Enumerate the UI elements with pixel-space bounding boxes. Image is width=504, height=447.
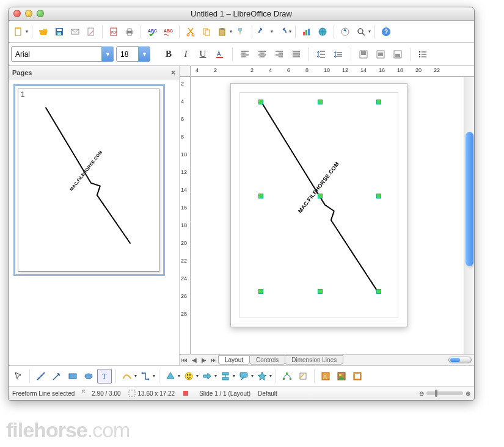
zoom-out-button[interactable]: ⊖ xyxy=(419,390,424,397)
bold-button[interactable]: B xyxy=(161,47,176,62)
horizontal-scrollbar[interactable] xyxy=(448,357,472,363)
connector-dropdown[interactable]: ▾ xyxy=(153,373,155,379)
auto-spellcheck-button[interactable]: ABC xyxy=(161,24,175,39)
symbol-shapes-dropdown[interactable]: ▾ xyxy=(196,373,199,379)
help-button[interactable]: ? xyxy=(379,24,393,39)
tab-nav-prev[interactable]: ◀ xyxy=(189,357,199,363)
callouts-dropdown[interactable]: ▾ xyxy=(251,373,254,379)
selection-handle-se[interactable] xyxy=(376,289,381,294)
fontwork-button[interactable]: A xyxy=(318,369,333,383)
tab-layout[interactable]: Layout xyxy=(218,355,250,365)
tab-nav-first[interactable]: ⏮ xyxy=(180,357,189,363)
hyperlink-button[interactable] xyxy=(315,24,330,39)
arrow-tool[interactable] xyxy=(49,369,64,383)
decrease-spacing-button[interactable] xyxy=(331,47,346,62)
align-left-button[interactable] xyxy=(238,47,252,62)
text-tool[interactable]: T xyxy=(97,369,112,383)
navigator-button[interactable] xyxy=(338,24,352,39)
open-button[interactable] xyxy=(36,24,51,39)
copy-button[interactable] xyxy=(199,24,214,39)
pages-panel-close-icon[interactable]: × xyxy=(171,68,175,77)
block-arrows-dropdown[interactable]: ▾ xyxy=(214,373,217,379)
select-tool[interactable] xyxy=(11,369,26,383)
font-color-button[interactable]: A xyxy=(213,47,227,62)
selection-handle-c[interactable] xyxy=(318,194,323,198)
gallery-button[interactable] xyxy=(350,369,365,383)
tab-controls[interactable]: Controls xyxy=(249,355,285,365)
tab-nav-next[interactable]: ▶ xyxy=(199,357,209,363)
flowchart-tool[interactable] xyxy=(218,369,233,383)
rectangle-tool[interactable] xyxy=(65,369,80,383)
drawing-canvas[interactable]: MAC.FILEHORSE.COM xyxy=(191,77,464,354)
paste-dropdown[interactable]: ▾ xyxy=(230,29,232,34)
font-name-combo[interactable]: ▼ xyxy=(11,46,114,62)
line-tool[interactable] xyxy=(34,369,48,383)
print-button[interactable] xyxy=(122,24,137,39)
increase-spacing-button[interactable] xyxy=(314,47,329,62)
zoom-button[interactable] xyxy=(354,24,368,39)
close-window-button[interactable] xyxy=(13,10,21,17)
callouts-tool[interactable] xyxy=(236,369,251,383)
underline-button[interactable]: U xyxy=(195,47,210,62)
font-size-combo[interactable]: ▼ xyxy=(116,46,150,62)
scrollbar-thumb[interactable] xyxy=(466,132,473,266)
page-thumbnail-selected[interactable]: 1 MAC.FILEHORSE.COM xyxy=(13,84,165,276)
vertical-ruler[interactable]: 246810121416182022242628 xyxy=(180,77,191,354)
undo-button[interactable] xyxy=(256,24,271,39)
align-top-button[interactable] xyxy=(356,47,371,62)
paste-button[interactable] xyxy=(215,24,230,39)
chart-button[interactable] xyxy=(299,24,314,39)
align-center-button[interactable] xyxy=(255,47,269,62)
email-button[interactable] xyxy=(68,24,82,39)
selection-handle-nw[interactable] xyxy=(258,100,263,104)
zoom-in-button[interactable]: ⊕ xyxy=(466,390,470,397)
tab-nav-last[interactable]: ⏭ xyxy=(209,357,219,363)
vertical-scrollbar[interactable] xyxy=(464,77,474,354)
spellcheck-button[interactable]: ABC xyxy=(145,24,159,39)
edit-file-button[interactable] xyxy=(84,24,98,39)
edit-points-tool[interactable] xyxy=(280,369,294,383)
selection-handle-n[interactable] xyxy=(318,100,323,104)
gluepoints-tool[interactable] xyxy=(296,369,310,383)
from-file-button[interactable] xyxy=(334,369,349,383)
selection-handle-sw[interactable] xyxy=(258,289,263,294)
align-justify-button[interactable] xyxy=(289,47,304,62)
export-pdf-button[interactable]: PDF xyxy=(106,24,121,39)
page-thumbnail[interactable]: 1 MAC.FILEHORSE.COM xyxy=(18,89,159,272)
minimize-window-button[interactable] xyxy=(25,10,32,17)
zoom-dropdown[interactable]: ▾ xyxy=(368,29,371,34)
ellipse-tool[interactable] xyxy=(81,369,96,383)
align-vcenter-button[interactable] xyxy=(373,47,388,62)
block-arrows-tool[interactable] xyxy=(200,369,214,383)
curve-tool[interactable] xyxy=(120,369,134,383)
selection-handle-w[interactable] xyxy=(258,194,263,198)
redo-dropdown[interactable]: ▾ xyxy=(289,29,291,34)
page[interactable]: MAC.FILEHORSE.COM xyxy=(230,83,407,327)
horizontal-ruler[interactable]: 42246810121416182022 xyxy=(180,66,474,77)
curve-dropdown[interactable]: ▾ xyxy=(134,373,137,379)
selection-handle-ne[interactable] xyxy=(376,100,381,104)
connector-tool[interactable] xyxy=(138,369,153,383)
undo-dropdown[interactable]: ▾ xyxy=(271,29,273,34)
align-right-button[interactable] xyxy=(272,47,287,62)
symbol-shapes-tool[interactable] xyxy=(181,369,196,383)
status-style[interactable]: Default xyxy=(258,390,277,397)
basic-shapes-dropdown[interactable]: ▾ xyxy=(178,373,180,379)
redo-button[interactable] xyxy=(274,24,289,39)
stars-tool[interactable] xyxy=(255,369,269,383)
save-button[interactable] xyxy=(52,24,67,39)
align-bottom-button[interactable] xyxy=(390,47,405,62)
new-dropdown[interactable]: ▾ xyxy=(26,29,28,34)
clone-formatting-button[interactable] xyxy=(233,24,248,39)
flowchart-dropdown[interactable]: ▾ xyxy=(233,373,235,379)
tab-dimension-lines[interactable]: Dimension Lines xyxy=(285,355,343,365)
bullets-button[interactable] xyxy=(415,47,430,62)
font-name-input[interactable] xyxy=(11,46,114,62)
selection-handle-e[interactable] xyxy=(376,194,381,198)
selection-handle-s[interactable] xyxy=(318,289,323,294)
new-document-button[interactable] xyxy=(11,24,26,39)
zoom-slider[interactable] xyxy=(426,391,463,395)
basic-shapes-tool[interactable] xyxy=(163,369,178,383)
italic-button[interactable]: I xyxy=(178,47,193,62)
stars-dropdown[interactable]: ▾ xyxy=(269,373,272,379)
